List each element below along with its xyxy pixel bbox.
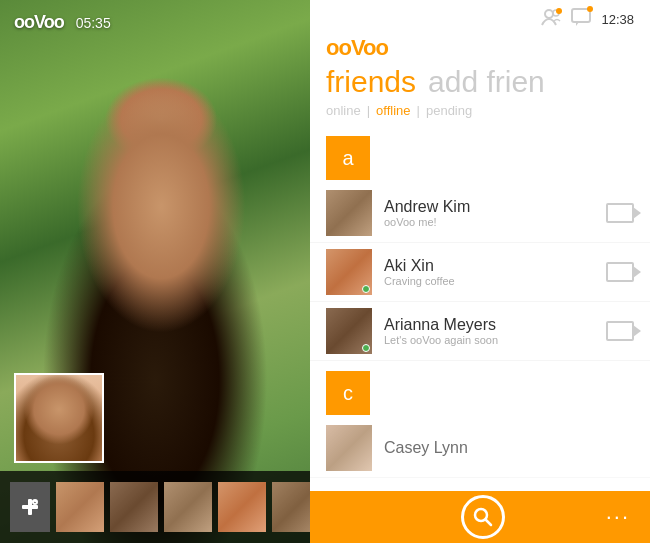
- video-call-icon[interactable]: [606, 262, 634, 282]
- filter-online[interactable]: online: [326, 103, 361, 118]
- chat-icon[interactable]: [571, 8, 591, 31]
- chat-dot: [587, 6, 593, 12]
- svg-point-3: [545, 10, 553, 18]
- more-dots[interactable]: ···: [606, 504, 630, 530]
- section-header-a: a: [326, 136, 370, 180]
- avatar: [326, 425, 372, 471]
- nav-tabs: friends add frien: [326, 65, 634, 99]
- friend-row[interactable]: Aki Xin Craving coffee: [310, 243, 650, 302]
- time-display: 12:38: [601, 12, 634, 27]
- video-call-icon[interactable]: [606, 321, 634, 341]
- friend-status: Let's ooVoo again soon: [384, 334, 594, 346]
- friends-panel: 12:38 ooVoo friends add frien online | o…: [310, 0, 650, 543]
- participant-thumb-2[interactable]: [110, 482, 158, 532]
- friend-name: Casey Lynn: [384, 439, 634, 457]
- friend-info: Andrew Kim ooVoo me!: [384, 198, 594, 228]
- video-background: ooVoo 05:35: [0, 0, 310, 543]
- search-button[interactable]: [461, 495, 505, 539]
- header-icons: [541, 8, 591, 31]
- friend-name: Andrew Kim: [384, 198, 594, 216]
- svg-point-5: [556, 8, 562, 14]
- status-bar: 12:38: [326, 8, 634, 35]
- participant-thumb-3[interactable]: [164, 482, 212, 532]
- participant-thumb-4[interactable]: [218, 482, 266, 532]
- avatar: [326, 249, 372, 295]
- logo-oo: oo: [326, 35, 351, 60]
- friend-info: Arianna Meyers Let's ooVoo again soon: [384, 316, 594, 346]
- svg-line-8: [485, 520, 491, 526]
- pip-video-feed: [14, 373, 104, 463]
- participant-thumb-5[interactable]: [272, 482, 310, 532]
- pip-person-image: [16, 375, 102, 461]
- section-header-c: c: [326, 371, 370, 415]
- online-indicator: [362, 285, 370, 293]
- video-call-icon[interactable]: [606, 203, 634, 223]
- logo-oo2: oo: [363, 35, 388, 60]
- video-call-panel: ooVoo 05:35: [0, 0, 310, 543]
- add-to-call-button[interactable]: [10, 482, 50, 532]
- filter-offline[interactable]: offline: [376, 103, 410, 118]
- friend-row[interactable]: Arianna Meyers Let's ooVoo again soon: [310, 302, 650, 361]
- friend-name: Arianna Meyers: [384, 316, 594, 334]
- tab-add-friend[interactable]: add frien: [428, 65, 545, 99]
- friend-info: Casey Lynn: [384, 439, 634, 457]
- right-header: 12:38 ooVoo friends add frien online | o…: [310, 0, 650, 126]
- filter-sep-1: |: [367, 103, 370, 118]
- logo-text-left: ooVoo: [14, 12, 64, 33]
- avatar: [326, 308, 372, 354]
- friend-name: Aki Xin: [384, 257, 594, 275]
- call-timer: 05:35: [76, 15, 111, 31]
- friend-row[interactable]: Casey Lynn: [310, 419, 650, 478]
- filter-sep-2: |: [417, 103, 420, 118]
- friend-info: Aki Xin Craving coffee: [384, 257, 594, 287]
- call-bottom-bar: [0, 471, 310, 543]
- friends-list: a Andrew Kim ooVoo me! Aki Xin Craving c…: [310, 126, 650, 543]
- logo-voo: V: [351, 35, 363, 60]
- online-indicator: [362, 344, 370, 352]
- oovoo-logo-left: ooVoo 05:35: [14, 12, 111, 33]
- friends-icon[interactable]: [541, 8, 563, 31]
- tab-friends[interactable]: friends: [326, 65, 416, 99]
- participant-thumb-1[interactable]: [56, 482, 104, 532]
- bottom-bar-right: ···: [310, 491, 650, 543]
- filter-bar: online | offline | pending: [326, 99, 634, 126]
- avatar: [326, 190, 372, 236]
- svg-rect-1: [22, 505, 38, 509]
- friend-status: Craving coffee: [384, 275, 594, 287]
- friend-status: ooVoo me!: [384, 216, 594, 228]
- oovoo-logo-right: ooVoo: [326, 35, 634, 61]
- filter-pending[interactable]: pending: [426, 103, 472, 118]
- friend-row[interactable]: Andrew Kim ooVoo me!: [310, 184, 650, 243]
